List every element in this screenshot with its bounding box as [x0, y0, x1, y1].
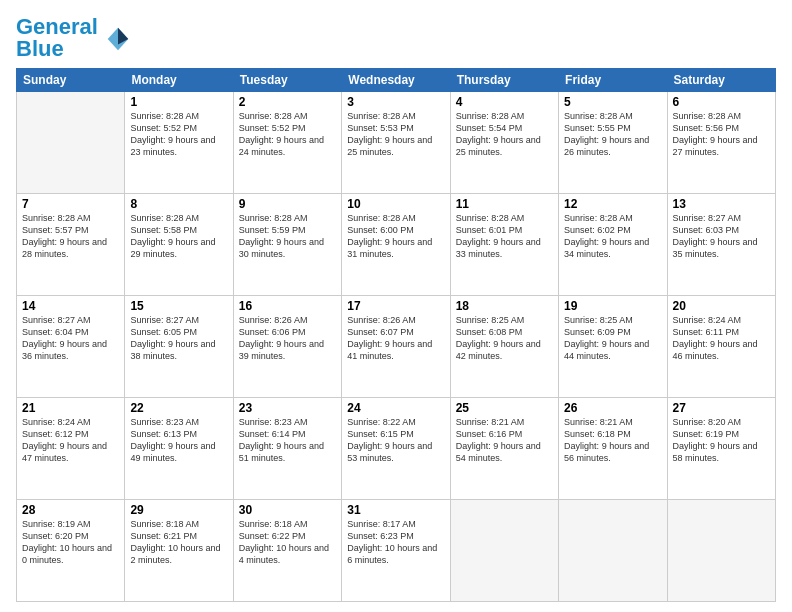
day-number: 31 — [347, 503, 444, 517]
day-number: 8 — [130, 197, 227, 211]
day-info: Sunrise: 8:28 AMSunset: 5:52 PMDaylight:… — [130, 111, 215, 157]
calendar-cell — [17, 92, 125, 194]
day-number: 19 — [564, 299, 661, 313]
calendar-cell: 6 Sunrise: 8:28 AMSunset: 5:56 PMDayligh… — [667, 92, 775, 194]
day-number: 3 — [347, 95, 444, 109]
day-info: Sunrise: 8:27 AMSunset: 6:03 PMDaylight:… — [673, 213, 758, 259]
day-info: Sunrise: 8:23 AMSunset: 6:13 PMDaylight:… — [130, 417, 215, 463]
calendar-day-header: Thursday — [450, 69, 558, 92]
day-info: Sunrise: 8:28 AMSunset: 5:53 PMDaylight:… — [347, 111, 432, 157]
calendar-cell: 4 Sunrise: 8:28 AMSunset: 5:54 PMDayligh… — [450, 92, 558, 194]
calendar-week-row: 1 Sunrise: 8:28 AMSunset: 5:52 PMDayligh… — [17, 92, 776, 194]
logo-text: General Blue — [16, 16, 98, 60]
calendar-week-row: 28 Sunrise: 8:19 AMSunset: 6:20 PMDaylig… — [17, 500, 776, 602]
day-number: 17 — [347, 299, 444, 313]
calendar-cell: 17 Sunrise: 8:26 AMSunset: 6:07 PMDaylig… — [342, 296, 450, 398]
day-number: 9 — [239, 197, 336, 211]
calendar-cell: 20 Sunrise: 8:24 AMSunset: 6:11 PMDaylig… — [667, 296, 775, 398]
day-number: 23 — [239, 401, 336, 415]
day-number: 14 — [22, 299, 119, 313]
day-info: Sunrise: 8:28 AMSunset: 6:01 PMDaylight:… — [456, 213, 541, 259]
calendar-cell: 28 Sunrise: 8:19 AMSunset: 6:20 PMDaylig… — [17, 500, 125, 602]
day-number: 4 — [456, 95, 553, 109]
logo-blue: Blue — [16, 36, 64, 61]
calendar-cell: 9 Sunrise: 8:28 AMSunset: 5:59 PMDayligh… — [233, 194, 341, 296]
day-info: Sunrise: 8:18 AMSunset: 6:22 PMDaylight:… — [239, 519, 329, 565]
day-info: Sunrise: 8:20 AMSunset: 6:19 PMDaylight:… — [673, 417, 758, 463]
day-info: Sunrise: 8:28 AMSunset: 5:56 PMDaylight:… — [673, 111, 758, 157]
calendar-day-header: Monday — [125, 69, 233, 92]
day-number: 21 — [22, 401, 119, 415]
calendar-cell: 23 Sunrise: 8:23 AMSunset: 6:14 PMDaylig… — [233, 398, 341, 500]
day-info: Sunrise: 8:25 AMSunset: 6:08 PMDaylight:… — [456, 315, 541, 361]
day-info: Sunrise: 8:17 AMSunset: 6:23 PMDaylight:… — [347, 519, 437, 565]
day-info: Sunrise: 8:28 AMSunset: 6:00 PMDaylight:… — [347, 213, 432, 259]
day-number: 18 — [456, 299, 553, 313]
logo-icon — [104, 24, 132, 52]
day-number: 1 — [130, 95, 227, 109]
day-number: 25 — [456, 401, 553, 415]
day-number: 16 — [239, 299, 336, 313]
calendar-cell: 24 Sunrise: 8:22 AMSunset: 6:15 PMDaylig… — [342, 398, 450, 500]
calendar-cell: 16 Sunrise: 8:26 AMSunset: 6:06 PMDaylig… — [233, 296, 341, 398]
day-number: 27 — [673, 401, 770, 415]
calendar-cell — [559, 500, 667, 602]
calendar-cell: 13 Sunrise: 8:27 AMSunset: 6:03 PMDaylig… — [667, 194, 775, 296]
day-info: Sunrise: 8:21 AMSunset: 6:18 PMDaylight:… — [564, 417, 649, 463]
calendar-header-row: SundayMondayTuesdayWednesdayThursdayFrid… — [17, 69, 776, 92]
logo: General Blue — [16, 16, 132, 60]
calendar-cell: 22 Sunrise: 8:23 AMSunset: 6:13 PMDaylig… — [125, 398, 233, 500]
calendar-cell: 21 Sunrise: 8:24 AMSunset: 6:12 PMDaylig… — [17, 398, 125, 500]
calendar-cell: 11 Sunrise: 8:28 AMSunset: 6:01 PMDaylig… — [450, 194, 558, 296]
day-number: 12 — [564, 197, 661, 211]
calendar-cell: 27 Sunrise: 8:20 AMSunset: 6:19 PMDaylig… — [667, 398, 775, 500]
day-info: Sunrise: 8:25 AMSunset: 6:09 PMDaylight:… — [564, 315, 649, 361]
calendar-cell: 25 Sunrise: 8:21 AMSunset: 6:16 PMDaylig… — [450, 398, 558, 500]
day-info: Sunrise: 8:26 AMSunset: 6:07 PMDaylight:… — [347, 315, 432, 361]
day-info: Sunrise: 8:28 AMSunset: 5:59 PMDaylight:… — [239, 213, 324, 259]
calendar-week-row: 21 Sunrise: 8:24 AMSunset: 6:12 PMDaylig… — [17, 398, 776, 500]
day-number: 26 — [564, 401, 661, 415]
calendar-day-header: Friday — [559, 69, 667, 92]
calendar-cell: 1 Sunrise: 8:28 AMSunset: 5:52 PMDayligh… — [125, 92, 233, 194]
day-number: 20 — [673, 299, 770, 313]
calendar-cell: 3 Sunrise: 8:28 AMSunset: 5:53 PMDayligh… — [342, 92, 450, 194]
header: General Blue — [16, 16, 776, 60]
day-number: 13 — [673, 197, 770, 211]
day-info: Sunrise: 8:19 AMSunset: 6:20 PMDaylight:… — [22, 519, 112, 565]
day-number: 2 — [239, 95, 336, 109]
calendar-week-row: 7 Sunrise: 8:28 AMSunset: 5:57 PMDayligh… — [17, 194, 776, 296]
day-number: 15 — [130, 299, 227, 313]
day-info: Sunrise: 8:26 AMSunset: 6:06 PMDaylight:… — [239, 315, 324, 361]
calendar-week-row: 14 Sunrise: 8:27 AMSunset: 6:04 PMDaylig… — [17, 296, 776, 398]
calendar-cell: 7 Sunrise: 8:28 AMSunset: 5:57 PMDayligh… — [17, 194, 125, 296]
day-number: 24 — [347, 401, 444, 415]
calendar-cell: 2 Sunrise: 8:28 AMSunset: 5:52 PMDayligh… — [233, 92, 341, 194]
calendar: SundayMondayTuesdayWednesdayThursdayFrid… — [16, 68, 776, 602]
day-info: Sunrise: 8:24 AMSunset: 6:12 PMDaylight:… — [22, 417, 107, 463]
calendar-cell: 8 Sunrise: 8:28 AMSunset: 5:58 PMDayligh… — [125, 194, 233, 296]
day-info: Sunrise: 8:28 AMSunset: 5:55 PMDaylight:… — [564, 111, 649, 157]
day-number: 11 — [456, 197, 553, 211]
calendar-cell: 19 Sunrise: 8:25 AMSunset: 6:09 PMDaylig… — [559, 296, 667, 398]
day-info: Sunrise: 8:27 AMSunset: 6:05 PMDaylight:… — [130, 315, 215, 361]
day-info: Sunrise: 8:28 AMSunset: 5:54 PMDaylight:… — [456, 111, 541, 157]
calendar-cell: 10 Sunrise: 8:28 AMSunset: 6:00 PMDaylig… — [342, 194, 450, 296]
day-info: Sunrise: 8:28 AMSunset: 6:02 PMDaylight:… — [564, 213, 649, 259]
calendar-cell: 15 Sunrise: 8:27 AMSunset: 6:05 PMDaylig… — [125, 296, 233, 398]
day-number: 5 — [564, 95, 661, 109]
day-number: 29 — [130, 503, 227, 517]
day-number: 10 — [347, 197, 444, 211]
calendar-cell: 31 Sunrise: 8:17 AMSunset: 6:23 PMDaylig… — [342, 500, 450, 602]
day-number: 30 — [239, 503, 336, 517]
calendar-cell — [667, 500, 775, 602]
day-info: Sunrise: 8:28 AMSunset: 5:57 PMDaylight:… — [22, 213, 107, 259]
day-info: Sunrise: 8:28 AMSunset: 5:58 PMDaylight:… — [130, 213, 215, 259]
day-info: Sunrise: 8:18 AMSunset: 6:21 PMDaylight:… — [130, 519, 220, 565]
day-number: 22 — [130, 401, 227, 415]
day-info: Sunrise: 8:21 AMSunset: 6:16 PMDaylight:… — [456, 417, 541, 463]
day-info: Sunrise: 8:24 AMSunset: 6:11 PMDaylight:… — [673, 315, 758, 361]
calendar-day-header: Tuesday — [233, 69, 341, 92]
day-info: Sunrise: 8:27 AMSunset: 6:04 PMDaylight:… — [22, 315, 107, 361]
calendar-cell: 26 Sunrise: 8:21 AMSunset: 6:18 PMDaylig… — [559, 398, 667, 500]
